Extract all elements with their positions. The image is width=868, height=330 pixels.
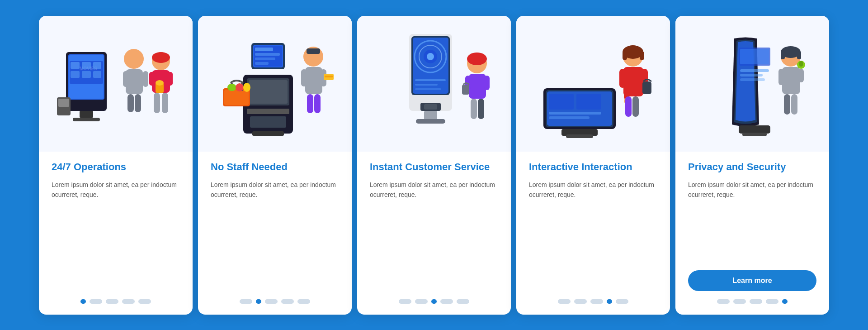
dot-2-1 — [240, 299, 252, 304]
svg-rect-84 — [549, 94, 574, 110]
svg-rect-32 — [249, 80, 288, 104]
dot-1-4 — [122, 299, 135, 304]
dot-5-4 — [766, 299, 778, 304]
svg-rect-36 — [255, 48, 273, 51]
svg-rect-51 — [305, 67, 322, 94]
card-4-text: Lorem ipsum dolor sit amet, ea per indoc… — [529, 180, 657, 291]
svg-rect-40 — [247, 109, 289, 114]
dot-3-4 — [440, 299, 453, 304]
svg-rect-77 — [484, 76, 490, 90]
cards-container: MOVIES — [9, 16, 859, 315]
card-3-title: Instant Customer Service — [370, 161, 498, 174]
svg-rect-75 — [469, 74, 486, 99]
svg-rect-52 — [301, 69, 307, 86]
card-5-title: Privacy and Security — [688, 161, 816, 174]
card-1-illustration: MOVIES — [39, 16, 193, 152]
dot-3-1 — [399, 299, 411, 304]
svg-rect-5 — [71, 62, 80, 69]
svg-rect-93 — [640, 51, 644, 60]
svg-point-48 — [236, 83, 244, 91]
dot-1-2 — [90, 299, 102, 304]
svg-rect-103 — [740, 49, 769, 64]
svg-rect-119 — [791, 94, 797, 115]
card-5-body: Privacy and Security Lorem ipsum dolor s… — [675, 152, 829, 304]
svg-rect-67 — [415, 84, 438, 86]
svg-point-74 — [467, 53, 487, 65]
dot-2-4 — [281, 299, 294, 304]
svg-rect-58 — [307, 48, 320, 54]
card-1-title: 24/7 Operations — [52, 161, 180, 174]
svg-rect-70 — [416, 119, 445, 124]
card-4-title: Interactive Interaction — [529, 161, 657, 174]
svg-rect-95 — [619, 69, 626, 88]
card-4-dots — [529, 299, 657, 304]
svg-rect-25 — [154, 93, 160, 113]
svg-rect-112 — [797, 51, 801, 59]
dot-1-3 — [106, 299, 118, 304]
svg-rect-9 — [82, 71, 91, 78]
svg-rect-114 — [778, 69, 784, 85]
card-5-text: Lorem ipsum dolor sit amet, ea per indoc… — [688, 180, 816, 262]
svg-rect-24 — [168, 72, 173, 86]
svg-rect-105 — [740, 74, 763, 77]
card-1-text: Lorem ipsum dolor sit amet, ea per indoc… — [52, 180, 180, 291]
svg-point-29 — [152, 52, 170, 63]
dot-5-1 — [717, 299, 730, 304]
card-4-body: Interactive Interaction Lorem ipsum dolo… — [516, 152, 670, 304]
svg-point-65 — [427, 53, 434, 60]
card-3-body: Instant Customer Service Lorem ipsum dol… — [357, 152, 511, 304]
svg-rect-99 — [625, 96, 632, 117]
dot-1-1 — [80, 299, 86, 304]
dot-3-5 — [457, 299, 469, 304]
svg-point-47 — [227, 84, 236, 91]
card-2-title: No Staff Needed — [211, 161, 339, 174]
card-5-dots — [688, 299, 816, 304]
card-4-illustration — [516, 16, 670, 152]
dot-4-3 — [590, 299, 603, 304]
card-3-dots — [370, 299, 498, 304]
svg-rect-118 — [784, 94, 790, 115]
dot-1-5 — [138, 299, 151, 304]
svg-rect-104 — [740, 69, 769, 72]
card-privacy-security: Privacy and Security Lorem ipsum dolor s… — [675, 16, 829, 315]
svg-rect-117 — [799, 61, 803, 67]
svg-rect-101 — [642, 81, 651, 94]
card-1-body: 24/7 Operations Lorem ipsum dolor sit am… — [39, 152, 193, 304]
svg-rect-54 — [307, 94, 313, 113]
svg-rect-87 — [549, 116, 590, 119]
learn-more-button[interactable]: Learn more — [688, 270, 816, 291]
dot-3-3 — [431, 299, 437, 304]
svg-rect-111 — [781, 51, 785, 59]
dot-5-2 — [733, 299, 746, 304]
dot-2-5 — [297, 299, 310, 304]
svg-rect-89 — [566, 134, 593, 138]
svg-rect-57 — [325, 76, 333, 77]
card-247-operations: MOVIES — [39, 16, 193, 315]
dot-4-1 — [558, 299, 571, 304]
svg-point-15 — [124, 49, 144, 69]
svg-rect-78 — [471, 99, 477, 119]
svg-rect-92 — [623, 51, 627, 60]
svg-rect-85 — [576, 94, 601, 110]
svg-rect-20 — [135, 94, 141, 112]
card-2-illustration — [198, 16, 352, 152]
card-2-dots — [211, 299, 339, 304]
card-instant-service: Instant Customer Service Lorem ipsum dol… — [357, 16, 511, 315]
card-2-body: No Staff Needed Lorem ipsum dolor sit am… — [198, 152, 352, 304]
svg-rect-14 — [58, 99, 69, 107]
svg-rect-12 — [73, 118, 100, 121]
svg-rect-42 — [252, 131, 284, 136]
dot-2-2 — [256, 299, 261, 304]
card-1-dots — [52, 299, 180, 304]
card-3-illustration — [357, 16, 511, 152]
svg-rect-39 — [255, 62, 269, 65]
dot-4-2 — [574, 299, 587, 304]
svg-rect-107 — [739, 125, 770, 134]
svg-rect-106 — [740, 78, 765, 81]
svg-rect-41 — [250, 116, 286, 128]
card-2-text: Lorem ipsum dolor sit amet, ea per indoc… — [211, 180, 339, 291]
svg-rect-38 — [255, 57, 275, 60]
dot-5-3 — [750, 299, 762, 304]
card-3-text: Lorem ipsum dolor sit amet, ea per indoc… — [370, 180, 498, 291]
svg-rect-19 — [127, 94, 134, 112]
